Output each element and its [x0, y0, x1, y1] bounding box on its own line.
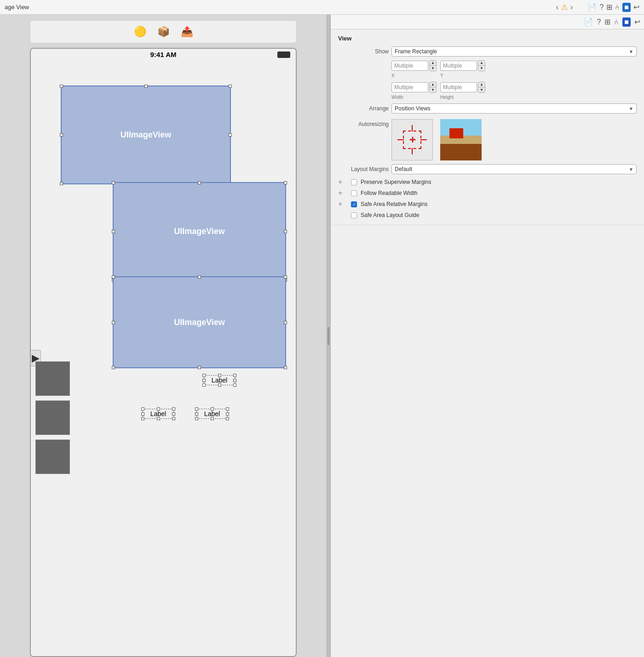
handle-tr-l1[interactable] [233, 374, 236, 377]
label-2[interactable]: Label [143, 409, 174, 419]
handle-bl-3[interactable] [112, 366, 115, 369]
h-stepper-up[interactable]: ▲ [478, 82, 485, 87]
new-file-icon[interactable]: 📄 [587, 3, 597, 11]
handle-tr-2[interactable] [284, 181, 287, 184]
handle-tc-l1[interactable] [218, 374, 221, 377]
share-icon[interactable]: ⑃ [615, 3, 620, 11]
run-icon[interactable]: 🟡 [134, 26, 146, 38]
h-input[interactable]: Multiple [440, 82, 477, 92]
handle-ml-3[interactable] [112, 321, 115, 324]
handle-br-l2[interactable] [172, 417, 175, 420]
handle-bc-l1[interactable] [218, 383, 221, 387]
handle-tl-1[interactable] [60, 85, 63, 88]
x-stepper-up[interactable]: ▲ [430, 61, 436, 66]
nav-next-icon[interactable]: › [570, 3, 573, 11]
handle-tl-l3[interactable] [195, 407, 198, 411]
handle-mr-l3[interactable] [226, 412, 229, 416]
y-stepper-down[interactable]: ▼ [478, 66, 485, 71]
checkbox-3[interactable] [351, 212, 357, 218]
handle-bl-l3[interactable] [195, 417, 198, 420]
thumbnail-2[interactable] [35, 400, 70, 435]
y-stepper-up[interactable]: ▲ [478, 61, 485, 66]
handle-br-l3[interactable] [226, 417, 229, 420]
handle-mr-l1[interactable] [233, 379, 236, 382]
handle-mr-3[interactable] [284, 321, 287, 324]
thumbnail-1[interactable] [35, 361, 70, 396]
layout-margins-dropdown[interactable]: Default ▼ [391, 164, 637, 174]
handle-bl-1[interactable] [60, 182, 63, 185]
handle-tc-1[interactable] [144, 85, 148, 88]
label-1[interactable]: Label [204, 375, 235, 385]
nav-prev-icon[interactable]: ‹ [556, 3, 558, 11]
plus-2[interactable]: + [338, 200, 345, 208]
w-input[interactable]: Multiple [391, 82, 428, 92]
handle-bc-3[interactable] [198, 366, 201, 369]
insp-active-icon[interactable]: ■ [622, 17, 631, 27]
show-label: Show [338, 48, 389, 55]
arrange-dropdown[interactable]: Position Views ▼ [391, 103, 637, 114]
handle-tl-2[interactable] [112, 181, 115, 184]
handle-mr-2[interactable] [284, 230, 287, 233]
h-stepper-down[interactable]: ▼ [478, 87, 485, 92]
x-stepper-down[interactable]: ▼ [430, 66, 436, 71]
uiimageview-1[interactable]: UIImageView [61, 86, 231, 184]
handle-ml-l1[interactable] [202, 379, 206, 382]
handle-mr-1[interactable] [229, 133, 232, 137]
handle-tc-l2[interactable] [157, 407, 160, 411]
insp-file-icon[interactable]: 📄 [584, 17, 593, 26]
handle-bl-l2[interactable] [141, 417, 144, 420]
insp-share-icon[interactable]: ⑃ [614, 18, 619, 26]
autoresize-box[interactable]: ✛ [391, 119, 433, 160]
checkbox-0[interactable] [351, 179, 357, 185]
handle-ml-l3[interactable] [195, 412, 198, 416]
help-icon[interactable]: ? [599, 3, 604, 11]
plus-0[interactable]: + [338, 178, 345, 186]
active-icon[interactable]: ■ [622, 3, 631, 12]
x-input[interactable]: Multiple [391, 61, 428, 71]
handle-tr-1[interactable] [229, 85, 232, 88]
handle-tc-3[interactable] [198, 275, 201, 279]
handle-mr-l2[interactable] [172, 412, 175, 416]
show-dropdown[interactable]: Frame Rectangle ▼ [391, 46, 637, 57]
handle-ml-2[interactable] [112, 230, 115, 233]
checkbox-1[interactable] [351, 190, 357, 196]
w-stepper[interactable]: ▲ ▼ [429, 82, 437, 93]
handle-br-3[interactable] [284, 366, 287, 369]
object-icon[interactable]: 📦 [157, 26, 170, 38]
canvas-content[interactable]: ▶ UIImageView UIImageView [31, 60, 296, 656]
insp-undo-icon[interactable]: ↩ [634, 17, 640, 26]
y-input[interactable]: Multiple [440, 61, 477, 71]
handle-tc-l3[interactable] [211, 407, 214, 411]
handle-tr-l2[interactable] [172, 407, 175, 411]
handle-bl-l1[interactable] [202, 383, 206, 387]
handle-tl-l1[interactable] [202, 374, 206, 377]
uiimageview-3[interactable]: UIImageView [113, 276, 286, 368]
insp-grid-icon[interactable]: ⊞ [604, 17, 610, 26]
label-3[interactable]: Label [196, 409, 228, 419]
handle-br-l1[interactable] [233, 383, 236, 387]
handle-bc-l3[interactable] [211, 417, 214, 420]
h-stepper[interactable]: ▲ ▼ [478, 82, 485, 93]
w-stepper-down[interactable]: ▼ [430, 87, 436, 92]
uiimageview-2[interactable]: UIImageView [113, 182, 286, 281]
y-stepper[interactable]: ▲ ▼ [478, 60, 485, 71]
handle-bc-l2[interactable] [157, 417, 160, 420]
plus-1[interactable]: + [338, 189, 345, 197]
handle-tr-l3[interactable] [226, 407, 229, 411]
thumbnail-3[interactable] [35, 440, 70, 474]
panel-divider[interactable] [327, 15, 330, 657]
handle-tl-3[interactable] [112, 275, 115, 279]
wh-group: Multiple ▲ ▼ Width Multiple [391, 82, 637, 100]
handle-ml-l2[interactable] [141, 412, 144, 416]
handle-tr-3[interactable] [284, 275, 287, 279]
w-stepper-up[interactable]: ▲ [430, 82, 436, 87]
undo-icon[interactable]: ↩ [633, 3, 639, 11]
insp-help-icon[interactable]: ? [597, 18, 601, 26]
x-stepper[interactable]: ▲ ▼ [429, 60, 437, 71]
handle-ml-1[interactable] [60, 133, 63, 137]
handle-tl-l2[interactable] [141, 407, 144, 411]
grid-icon[interactable]: ⊞ [606, 3, 612, 11]
handle-tc-2[interactable] [198, 181, 201, 184]
export-icon[interactable]: 📤 [181, 26, 193, 38]
checkbox-2[interactable]: ✓ [351, 201, 357, 207]
